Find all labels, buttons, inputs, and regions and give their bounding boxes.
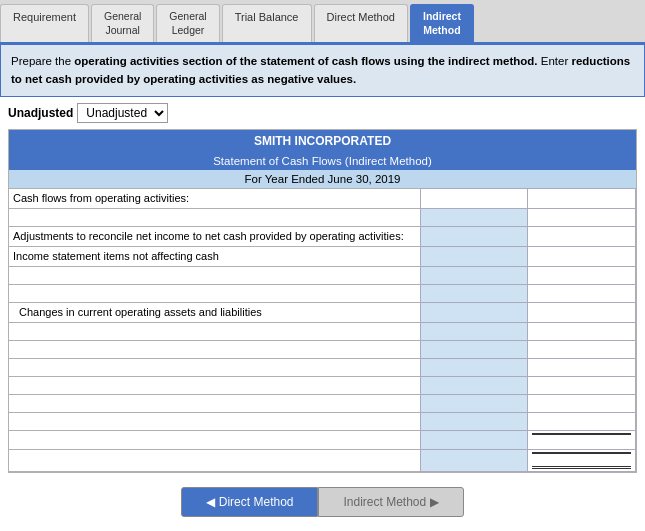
tab-direct-method[interactable]: Direct Method (314, 4, 408, 42)
table-row (9, 340, 636, 358)
table-row: Adjustments to reconcile net income to n… (9, 226, 636, 246)
table-row (9, 322, 636, 340)
table-row (9, 376, 636, 394)
adjustments-label: Adjustments to reconcile net income to n… (9, 226, 420, 246)
prev-button[interactable]: ◀ Direct Method (181, 487, 318, 517)
table-row (9, 449, 636, 471)
input-cell[interactable] (420, 188, 528, 208)
changes-label: Changes in current operating assets and … (9, 302, 420, 322)
instruction-box: Prepare the operating activities section… (0, 44, 645, 97)
tab-requirement[interactable]: Requirement (0, 4, 89, 42)
section-label: Cash flows from operating activities: (9, 188, 420, 208)
statement-title: Statement of Cash Flows (Indirect Method… (9, 152, 636, 170)
tab-general-journal[interactable]: General Journal (91, 4, 154, 42)
dropdown-label: Unadjusted (8, 106, 73, 120)
data-table: Cash flows from operating activities: Ad… (9, 188, 636, 472)
period-label: For Year Ended June 30, 2019 (9, 170, 636, 188)
nav-buttons: ◀ Direct Method Indirect Method ▶ (8, 477, 637, 525)
tab-general-ledger[interactable]: General Ledger (156, 4, 219, 42)
next-button[interactable]: Indirect Method ▶ (318, 487, 463, 517)
dropdown-select[interactable]: Unadjusted (77, 103, 168, 123)
table-row (9, 430, 636, 449)
company-name: SMITH INCORPORATED (9, 130, 636, 152)
tab-trial-balance[interactable]: Trial Balance (222, 4, 312, 42)
income-items-label: Income statement items not affecting cas… (9, 246, 420, 266)
dropdown-area: Unadjusted Unadjusted (0, 97, 645, 129)
table-row (9, 208, 636, 226)
table-row (9, 358, 636, 376)
input-cell[interactable] (528, 188, 636, 208)
tab-bar: Requirement General Journal General Ledg… (0, 0, 645, 44)
table-row: Changes in current operating assets and … (9, 302, 636, 322)
table-row (9, 266, 636, 284)
table-row (9, 284, 636, 302)
table-row (9, 412, 636, 430)
table-row: Cash flows from operating activities: (9, 188, 636, 208)
table-row (9, 394, 636, 412)
tab-indirect-method[interactable]: Indirect Method (410, 4, 474, 42)
content-area: SMITH INCORPORATED Statement of Cash Flo… (0, 129, 645, 531)
table-row: Income statement items not affecting cas… (9, 246, 636, 266)
financial-table: SMITH INCORPORATED Statement of Cash Flo… (8, 129, 637, 473)
